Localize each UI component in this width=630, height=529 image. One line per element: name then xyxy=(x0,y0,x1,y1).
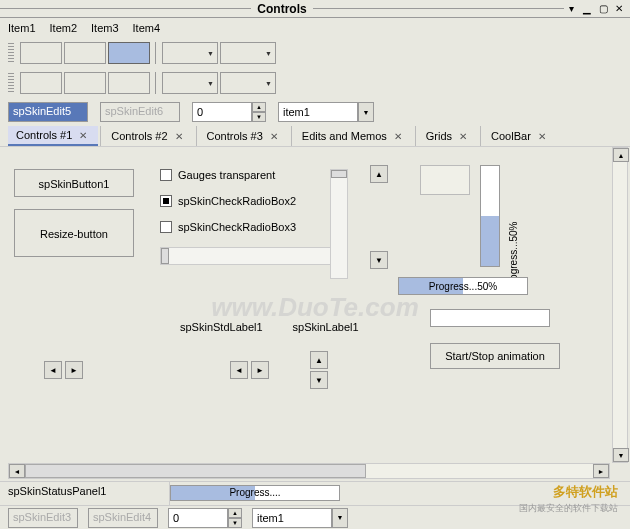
checkbox-gauges-transparent[interactable]: Gauges transparent xyxy=(160,169,390,181)
chevron-down-icon[interactable]: ▼ xyxy=(332,508,348,528)
tool-dropdown-4[interactable]: ▼ xyxy=(220,72,276,94)
vertical-scrollbar[interactable]: ▲ ▼ xyxy=(612,147,628,463)
toolbar-row1: ▼ ▼ xyxy=(0,38,630,68)
arrow-up-button[interactable]: ▲ xyxy=(370,165,388,183)
window-title: Controls xyxy=(251,2,312,16)
tool-dropdown-2[interactable]: ▼ xyxy=(220,42,276,64)
radio-empty-icon[interactable] xyxy=(160,221,172,233)
tab-pane: www.DuoTe.com spSkinButton1 Resize-butto… xyxy=(0,147,630,481)
scroll-down-icon[interactable]: ▼ xyxy=(613,448,629,462)
scroll-thumb[interactable] xyxy=(25,464,366,478)
skin-edit-5[interactable]: spSkinEdit5 xyxy=(8,102,88,122)
resize-button[interactable]: Resize-button xyxy=(14,209,134,257)
menu-item4[interactable]: Item4 xyxy=(133,22,161,34)
grip-icon[interactable] xyxy=(8,73,14,93)
spin-input[interactable] xyxy=(192,102,252,122)
bottom-spin-input[interactable] xyxy=(168,508,228,528)
dropdown-icon[interactable]: ▾ xyxy=(564,2,578,16)
bottom-edit-4: spSkinEdit4 xyxy=(88,508,158,528)
skin-button-1[interactable]: spSkinButton1 xyxy=(14,169,134,197)
vertical-slider[interactable] xyxy=(330,169,348,279)
close-icon[interactable]: ✕ xyxy=(76,130,90,141)
close-icon[interactable]: ✕ xyxy=(172,131,186,142)
toolbar-row2: ▼ ▼ xyxy=(0,68,630,98)
vertical-progress: Progress...50% xyxy=(480,165,500,267)
tab-controls-3[interactable]: Controls #3✕ xyxy=(199,126,289,146)
panel-well xyxy=(420,165,470,195)
spin-up-icon[interactable]: ▲ xyxy=(228,508,242,518)
nav-prev-button[interactable]: ◄ xyxy=(44,361,62,379)
nav-prev-button-2[interactable]: ◄ xyxy=(230,361,248,379)
tool-button-5[interactable] xyxy=(64,72,106,94)
watermark: www.DuoTe.com xyxy=(211,292,419,323)
horizontal-slider[interactable] xyxy=(160,247,340,265)
bottom-bar: spSkinEdit3 spSkinEdit4 ▲ ▼ ▼ xyxy=(0,505,630,529)
radio-box-3[interactable]: spSkinCheckRadioBox3 xyxy=(160,221,390,233)
scroll-left-icon[interactable]: ◄ xyxy=(9,464,25,478)
menu-item3[interactable]: Item3 xyxy=(91,22,119,34)
arrow-down-button[interactable]: ▼ xyxy=(370,251,388,269)
radio-box-2[interactable]: spSkinCheckRadioBox2 xyxy=(160,195,390,207)
main-window: Controls ▾ ▁ ▢ ✕ Item1 Item2 Item3 Item4… xyxy=(0,0,630,529)
spin-edit[interactable]: ▲ ▼ xyxy=(192,102,266,122)
text-input-blank[interactable] xyxy=(430,309,550,327)
skin-label-1: spSkinLabel1 xyxy=(293,321,359,333)
spin-down-icon[interactable]: ▼ xyxy=(252,112,266,122)
status-bar: spSkinStatusPanel1 Progress.... xyxy=(0,481,630,505)
edit-row: spSkinEdit5 spSkinEdit6 ▲ ▼ ▼ xyxy=(0,98,630,126)
tool-dropdown-1[interactable]: ▼ xyxy=(162,42,218,64)
tool-button-4[interactable] xyxy=(20,72,62,94)
spin-down-icon[interactable]: ▼ xyxy=(228,518,242,528)
tab-grids[interactable]: Grids✕ xyxy=(418,126,478,146)
skin-edit-6: spSkinEdit6 xyxy=(100,102,180,122)
nav-next-button[interactable]: ► xyxy=(65,361,83,379)
tool-button-1[interactable] xyxy=(20,42,62,64)
tool-button-3[interactable] xyxy=(108,42,150,64)
menu-item2[interactable]: Item2 xyxy=(50,22,78,34)
tab-strip: Controls #1✕ Controls #2✕ Controls #3✕ E… xyxy=(0,126,630,147)
radio-filled-icon[interactable] xyxy=(160,195,172,207)
bottom-spin[interactable]: ▲ ▼ xyxy=(168,508,242,528)
status-progress: Progress.... xyxy=(170,485,340,501)
titlebar: Controls ▾ ▁ ▢ ✕ xyxy=(0,0,630,18)
maximize-button[interactable]: ▢ xyxy=(596,2,610,16)
tab-controls-2[interactable]: Controls #2✕ xyxy=(103,126,193,146)
close-icon[interactable]: ✕ xyxy=(535,131,549,142)
tab-edits-memos[interactable]: Edits and Memos✕ xyxy=(294,126,413,146)
combo-box[interactable]: ▼ xyxy=(278,102,374,122)
slider-thumb[interactable] xyxy=(331,170,347,178)
tool-dropdown-3[interactable]: ▼ xyxy=(162,72,218,94)
close-icon[interactable]: ✕ xyxy=(391,131,405,142)
combo-input[interactable] xyxy=(278,102,358,122)
tab-coolbar[interactable]: CoolBar✕ xyxy=(483,126,557,146)
menubar: Item1 Item2 Item3 Item4 xyxy=(0,18,630,38)
tool-button-6[interactable] xyxy=(108,72,150,94)
scroll-up-icon[interactable]: ▲ xyxy=(613,148,629,162)
tab-controls-1[interactable]: Controls #1✕ xyxy=(8,126,98,146)
bottom-edit-3: spSkinEdit3 xyxy=(8,508,78,528)
start-stop-animation-button[interactable]: Start/Stop animation xyxy=(430,343,560,369)
scroll-right-icon[interactable]: ► xyxy=(593,464,609,478)
status-panel-1: spSkinStatusPanel1 xyxy=(0,482,170,505)
grip-icon[interactable] xyxy=(8,43,14,63)
tool-button-2[interactable] xyxy=(64,42,106,64)
slider-thumb[interactable] xyxy=(161,248,169,264)
spin-up-icon[interactable]: ▲ xyxy=(252,102,266,112)
nav-next-button-2[interactable]: ► xyxy=(251,361,269,379)
bottom-combo-input[interactable] xyxy=(252,508,332,528)
menu-item1[interactable]: Item1 xyxy=(8,22,36,34)
minimize-button[interactable]: ▁ xyxy=(580,2,594,16)
close-button[interactable]: ✕ xyxy=(612,2,626,16)
checkbox-icon[interactable] xyxy=(160,169,172,181)
std-label-1: spSkinStdLabel1 xyxy=(180,321,263,333)
bottom-combo[interactable]: ▼ xyxy=(252,508,348,528)
spin-down-button[interactable]: ▼ xyxy=(310,371,328,389)
spin-up-button[interactable]: ▲ xyxy=(310,351,328,369)
close-icon[interactable]: ✕ xyxy=(267,131,281,142)
close-icon[interactable]: ✕ xyxy=(456,131,470,142)
horizontal-scrollbar[interactable]: ◄ ► xyxy=(8,463,610,479)
horizontal-progress: Progress...50% xyxy=(398,277,528,295)
chevron-down-icon[interactable]: ▼ xyxy=(358,102,374,122)
